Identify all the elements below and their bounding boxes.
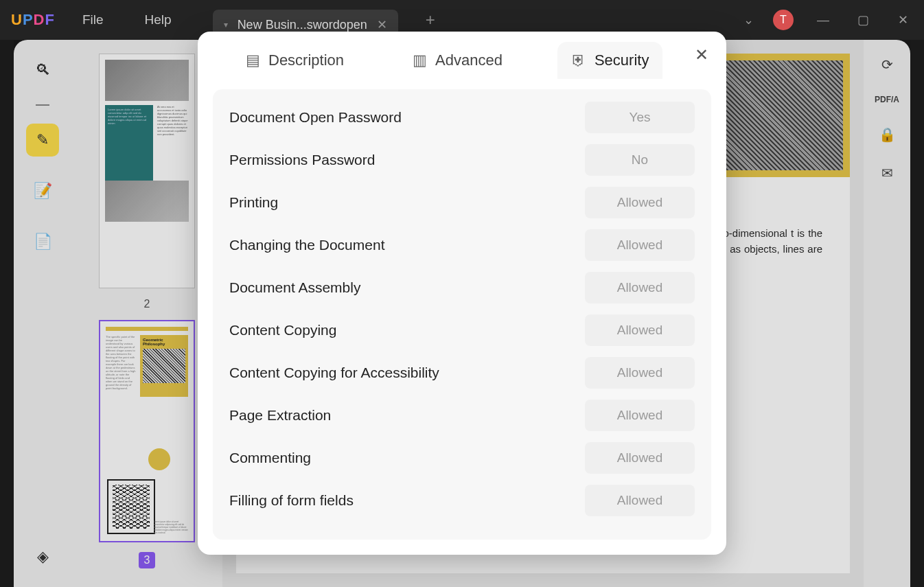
row-printing: Printing Allowed	[229, 181, 695, 224]
value-content-copying: Allowed	[585, 314, 695, 346]
value-page-extraction: Allowed	[585, 400, 695, 431]
label-document-assembly: Document Assembly	[229, 279, 360, 296]
window-maximize-button[interactable]: ▢	[853, 12, 873, 27]
tab-dropdown-icon[interactable]: ▾	[224, 20, 228, 30]
value-commenting: Allowed	[585, 442, 695, 474]
window-close-button[interactable]: ✕	[892, 12, 913, 27]
row-page-extraction: Page Extraction Allowed	[229, 394, 695, 437]
value-content-copying-accessibility: Allowed	[585, 357, 695, 389]
row-content-copying-accessibility: Content Copying for Accessibility Allowe…	[229, 352, 695, 394]
label-filling-form-fields: Filling of form fields	[229, 492, 354, 509]
tab-security-label: Security	[594, 51, 649, 69]
shield-icon: ⛨	[571, 51, 586, 69]
tab-security[interactable]: ⛨ Security	[557, 42, 662, 79]
row-document-assembly: Document Assembly Allowed	[229, 266, 695, 309]
row-permissions-password: Permissions Password No	[229, 139, 695, 181]
label-permissions-password: Permissions Password	[229, 152, 375, 168]
label-page-extraction: Page Extraction	[229, 407, 331, 424]
label-doc-open-password: Document Open Password	[229, 109, 402, 126]
description-icon: ▤	[246, 51, 260, 69]
chevron-down-icon[interactable]: ⌄	[743, 12, 754, 27]
tab-advanced[interactable]: ▥ Advanced	[399, 42, 516, 79]
tab-close-icon[interactable]: ✕	[377, 17, 387, 32]
book-icon: ▥	[413, 51, 427, 69]
menu-help[interactable]: Help	[145, 12, 172, 27]
value-changing-document: Allowed	[585, 229, 695, 261]
row-content-copying: Content Copying Allowed	[229, 309, 695, 352]
row-commenting: Commenting Allowed	[229, 437, 695, 479]
tab-description-label: Description	[268, 51, 344, 69]
new-tab-button[interactable]: +	[426, 10, 435, 30]
modal-tabs: ▤ Description ▥ Advanced ⛨ Security ✕	[198, 32, 726, 89]
value-printing: Allowed	[585, 187, 695, 218]
value-doc-open-password: Yes	[585, 102, 695, 133]
tab-advanced-label: Advanced	[435, 51, 503, 69]
security-panel: Document Open Password Yes Permissions P…	[213, 89, 711, 540]
value-permissions-password: No	[585, 144, 695, 176]
user-avatar[interactable]: T	[773, 10, 794, 30]
value-filling-form-fields: Allowed	[585, 485, 695, 516]
properties-modal: ▤ Description ▥ Advanced ⛨ Security ✕ Do…	[198, 32, 726, 555]
tab-description[interactable]: ▤ Description	[232, 42, 358, 79]
menu-file[interactable]: File	[82, 12, 104, 27]
row-filling-form-fields: Filling of form fields Allowed	[229, 479, 695, 522]
value-document-assembly: Allowed	[585, 272, 695, 303]
row-doc-open-password: Document Open Password Yes	[229, 96, 695, 139]
label-changing-document: Changing the Document	[229, 237, 384, 253]
row-changing-document: Changing the Document Allowed	[229, 224, 695, 266]
label-content-copying-accessibility: Content Copying for Accessibility	[229, 365, 439, 381]
label-commenting: Commenting	[229, 450, 311, 466]
tab-title: New Busin...swordopen	[238, 18, 367, 32]
modal-close-button[interactable]: ✕	[695, 45, 708, 65]
label-printing: Printing	[229, 194, 278, 211]
window-minimize-button[interactable]: —	[813, 13, 833, 27]
app-logo: UPDF	[11, 11, 55, 29]
label-content-copying: Content Copying	[229, 322, 336, 338]
